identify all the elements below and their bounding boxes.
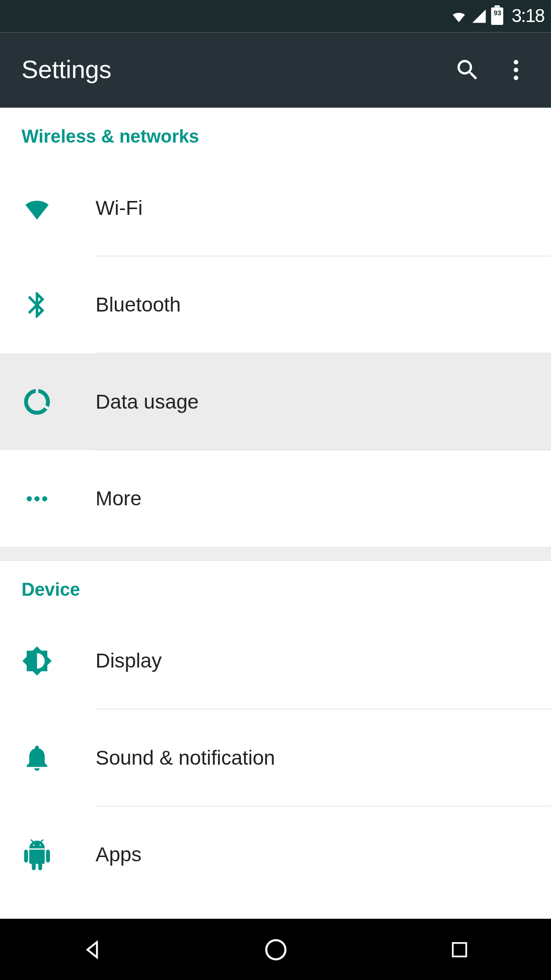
settings-item-label: Sound & notification	[96, 746, 275, 769]
svg-rect-7	[452, 943, 466, 956]
settings-item-label: Wi-Fi	[96, 197, 143, 220]
search-button[interactable]	[449, 51, 486, 89]
data-usage-icon	[22, 386, 96, 417]
overflow-menu-button[interactable]	[497, 51, 535, 89]
battery-icon: 93	[491, 7, 503, 25]
settings-item-sound[interactable]: Sound & notification	[0, 710, 551, 807]
more-vert-icon	[503, 56, 529, 83]
home-button[interactable]	[255, 929, 296, 969]
navigation-bar	[0, 919, 551, 980]
svg-point-6	[266, 940, 285, 959]
svg-point-4	[34, 496, 40, 501]
home-icon	[263, 936, 288, 962]
notifications-icon	[22, 742, 96, 773]
settings-item-label: Display	[96, 649, 162, 672]
brightness-icon	[22, 646, 96, 677]
settings-list[interactable]: Wireless & networks Wi-Fi Bluetooth Data…	[0, 108, 551, 919]
settings-item-label: Data usage	[96, 390, 199, 413]
status-bar: 93 3:18	[0, 0, 551, 33]
android-icon	[22, 839, 96, 870]
section-divider	[0, 547, 551, 561]
recents-button[interactable]	[439, 929, 479, 969]
settings-item-apps[interactable]: Apps	[0, 806, 551, 903]
settings-item-label: More	[96, 487, 142, 510]
svg-point-3	[27, 496, 32, 501]
svg-point-0	[514, 60, 518, 64]
section-header-wireless: Wireless & networks	[0, 108, 551, 159]
app-bar: Settings	[0, 33, 551, 108]
settings-item-display[interactable]: Display	[0, 612, 551, 710]
settings-item-more[interactable]: More	[0, 450, 551, 547]
page-title: Settings	[22, 56, 438, 84]
svg-point-1	[514, 68, 518, 72]
recents-icon	[449, 939, 469, 959]
back-icon	[80, 938, 103, 961]
settings-item-bluetooth[interactable]: Bluetooth	[0, 256, 551, 354]
svg-point-5	[42, 496, 47, 501]
wifi-icon	[451, 8, 467, 24]
clock: 3:18	[512, 6, 544, 27]
section-header-device: Device	[0, 561, 551, 612]
cell-signal-icon	[471, 8, 487, 24]
more-horiz-icon	[22, 483, 96, 514]
back-button[interactable]	[72, 929, 112, 969]
settings-item-label: Bluetooth	[96, 293, 181, 316]
search-icon	[454, 56, 481, 83]
bluetooth-icon	[22, 290, 96, 321]
settings-item-label: Apps	[96, 843, 142, 866]
settings-item-wifi[interactable]: Wi-Fi	[0, 159, 551, 256]
battery-percent: 93	[491, 10, 503, 17]
svg-point-2	[514, 76, 518, 80]
wifi-icon	[22, 192, 96, 223]
settings-item-data-usage[interactable]: Data usage	[0, 353, 551, 450]
